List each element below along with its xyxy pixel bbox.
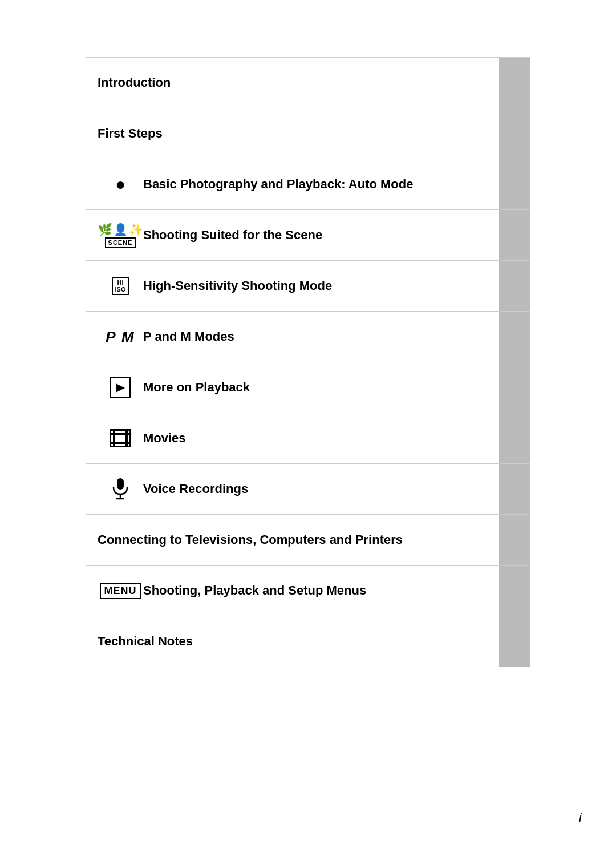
page-number: i — [579, 810, 582, 825]
hi-iso-icon: HI ISO — [98, 277, 143, 295]
toc-label-shooting-scene: Shooting Suited for the Scene — [143, 227, 322, 244]
toc-label-first-steps: First Steps — [98, 126, 163, 142]
toc-tab-high-sensitivity — [499, 261, 530, 311]
toc-row-introduction[interactable]: Introduction — [86, 57, 530, 108]
toc-label-pm-modes: P and M Modes — [143, 329, 234, 345]
pm-icon: P M — [98, 328, 143, 346]
svg-rect-5 — [125, 429, 128, 447]
toc-row-first-steps[interactable]: First Steps — [86, 108, 530, 159]
toc-row-movies[interactable]: Movies — [86, 413, 530, 463]
toc-tab-connecting — [499, 515, 530, 565]
toc-row-menus[interactable]: MENU Shooting, Playback and Setup Menus — [86, 565, 530, 616]
movie-icon — [98, 429, 143, 447]
toc-label-connecting: Connecting to Televisions, Computers and… — [98, 532, 403, 548]
toc-label-introduction: Introduction — [98, 75, 171, 91]
toc-tab-first-steps — [499, 108, 530, 159]
toc-label-menus: Shooting, Playback and Setup Menus — [143, 583, 366, 599]
toc-tab-basic-photography — [499, 159, 530, 209]
menu-icon: MENU — [98, 583, 143, 599]
toc-row-technical-notes[interactable]: Technical Notes — [86, 616, 530, 667]
toc-tab-more-playback — [499, 362, 530, 413]
svg-rect-3 — [110, 442, 131, 444]
svg-rect-6 — [117, 478, 124, 490]
toc-tab-introduction — [499, 58, 530, 108]
svg-rect-4 — [113, 429, 115, 447]
toc-row-connecting[interactable]: Connecting to Televisions, Computers and… — [86, 514, 530, 565]
playback-icon: ▶ — [98, 377, 143, 398]
toc-label-movies: Movies — [143, 430, 186, 447]
toc-row-high-sensitivity[interactable]: HI ISO High-Sensitivity Shooting Mode — [86, 260, 530, 311]
toc-label-high-sensitivity: High-Sensitivity Shooting Mode — [143, 278, 332, 294]
toc-row-voice-recordings[interactable]: Voice Recordings — [86, 463, 530, 514]
toc-label-basic-photography: Basic Photography and Playback: Auto Mod… — [143, 176, 413, 193]
toc-row-more-playback[interactable]: ▶ More on Playback — [86, 362, 530, 413]
toc-tab-movies — [499, 413, 530, 463]
toc-table: Introduction First Steps ● Basic Photogr… — [86, 57, 530, 667]
scene-icon: 🌿👤✨ SCENE — [98, 223, 143, 248]
page-container: Introduction First Steps ● Basic Photogr… — [0, 0, 616, 848]
svg-rect-2 — [110, 433, 131, 435]
microphone-icon — [98, 478, 143, 500]
toc-tab-shooting-scene — [499, 210, 530, 260]
toc-row-pm-modes[interactable]: P M P and M Modes — [86, 311, 530, 362]
toc-tab-technical-notes — [499, 616, 530, 667]
toc-tab-voice-recordings — [499, 464, 530, 514]
camera-icon: ● — [98, 175, 143, 194]
toc-tab-menus — [499, 566, 530, 616]
toc-row-shooting-scene[interactable]: 🌿👤✨ SCENE Shooting Suited for the Scene — [86, 209, 530, 260]
toc-tab-pm-modes — [499, 312, 530, 362]
toc-label-voice-recordings: Voice Recordings — [143, 481, 248, 498]
toc-row-basic-photography[interactable]: ● Basic Photography and Playback: Auto M… — [86, 159, 530, 209]
toc-label-technical-notes: Technical Notes — [98, 633, 193, 650]
toc-label-more-playback: More on Playback — [143, 379, 250, 396]
